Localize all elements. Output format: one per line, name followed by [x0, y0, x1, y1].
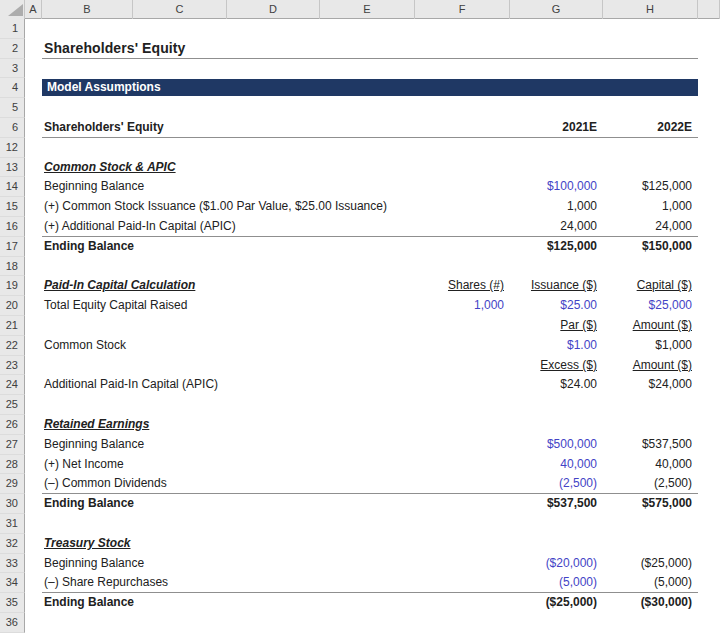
column-header-C[interactable]: C — [133, 0, 227, 19]
row-header-31[interactable]: 31 — [0, 514, 25, 534]
select-all-button[interactable] — [0, 0, 25, 19]
row-header-3[interactable]: 3 — [0, 59, 25, 79]
cell-B16[interactable]: (+) Additional Paid-In Capital (APIC) — [42, 217, 415, 237]
column-header-A[interactable]: A — [25, 0, 42, 19]
cell-H6[interactable]: 2022E — [603, 118, 698, 138]
row-header-14[interactable]: 14 — [0, 177, 25, 197]
row-header-28[interactable]: 28 — [0, 455, 25, 475]
cell-H35[interactable]: ($30,000) — [603, 593, 698, 613]
cell-G19[interactable]: Issuance ($) — [510, 276, 603, 296]
cell-B29[interactable]: (–) Common Dividends — [42, 474, 415, 494]
row-header-30[interactable]: 30 — [0, 494, 25, 514]
row-header-21[interactable]: 21 — [0, 316, 25, 336]
row-header-26[interactable]: 26 — [0, 415, 25, 435]
row-header-6[interactable]: 6 — [0, 118, 25, 138]
cell-H23[interactable]: Amount ($) — [603, 356, 698, 376]
cell-G23[interactable]: Excess ($) — [510, 356, 603, 376]
cell-H24[interactable]: $24,000 — [603, 375, 698, 395]
cell-H19[interactable]: Capital ($) — [603, 276, 698, 296]
cell-H20[interactable]: $25,000 — [603, 296, 698, 316]
cell-F19[interactable]: Shares (#) — [415, 276, 510, 296]
cell-H29[interactable]: (2,500) — [603, 474, 698, 494]
cell-G14[interactable]: $100,000 — [510, 177, 603, 197]
column-header-F[interactable]: F — [415, 0, 510, 19]
row-header-19[interactable]: 19 — [0, 276, 25, 296]
cell-B33[interactable]: Beginning Balance — [42, 554, 415, 574]
cell-B6[interactable]: Shareholders' Equity — [42, 118, 415, 138]
cell-H17[interactable]: $150,000 — [603, 237, 698, 257]
row-header-29[interactable]: 29 — [0, 474, 25, 494]
cell-H30[interactable]: $575,000 — [603, 494, 698, 514]
row-header-24[interactable]: 24 — [0, 375, 25, 395]
row-header-32[interactable]: 32 — [0, 534, 25, 554]
cell-G29[interactable]: (2,500) — [510, 474, 603, 494]
column-header-D[interactable]: D — [227, 0, 320, 19]
cell-G30[interactable]: $537,500 — [510, 494, 603, 514]
row-header-12[interactable]: 12 — [0, 138, 25, 158]
row-header-20[interactable]: 20 — [0, 296, 25, 316]
cell-H27[interactable]: $537,500 — [603, 435, 698, 455]
row-header-16[interactable]: 16 — [0, 217, 25, 237]
cell-G17[interactable]: $125,000 — [510, 237, 603, 257]
row-header-15[interactable]: 15 — [0, 197, 25, 217]
cell-H34[interactable]: (5,000) — [603, 573, 698, 593]
cell-B2[interactable]: Shareholders' Equity — [42, 39, 415, 59]
cell-G28[interactable]: 40,000 — [510, 455, 603, 475]
row-header-25[interactable]: 25 — [0, 395, 25, 415]
cell-B35[interactable]: Ending Balance — [42, 593, 415, 613]
row-header-1[interactable]: 1 — [0, 19, 25, 39]
row-header-13[interactable]: 13 — [0, 158, 25, 178]
cell-B32[interactable]: Treasury Stock — [42, 534, 415, 554]
cell-H14[interactable]: $125,000 — [603, 177, 698, 197]
cell-B13[interactable]: Common Stock & APIC — [42, 158, 415, 178]
cell-G33[interactable]: ($20,000) — [510, 554, 603, 574]
cell-G20[interactable]: $25.00 — [510, 296, 603, 316]
cell-H33[interactable]: ($25,000) — [603, 554, 698, 574]
cell-B22[interactable]: Common Stock — [42, 336, 415, 356]
cell-B19[interactable]: Paid-In Capital Calculation — [42, 276, 415, 296]
cell-H22[interactable]: $1,000 — [603, 336, 698, 356]
cell-G27[interactable]: $500,000 — [510, 435, 603, 455]
cell-F20[interactable]: 1,000 — [415, 296, 510, 316]
cell-B27[interactable]: Beginning Balance — [42, 435, 415, 455]
cell-B24[interactable]: Additional Paid-In Capital (APIC) — [42, 375, 415, 395]
cell-H21[interactable]: Amount ($) — [603, 316, 698, 336]
row-header-4[interactable]: 4 — [0, 78, 25, 98]
column-header-E[interactable]: E — [320, 0, 415, 19]
cell-G24[interactable]: $24.00 — [510, 375, 603, 395]
cell-G22[interactable]: $1.00 — [510, 336, 603, 356]
cell-B34[interactable]: (–) Share Repurchases — [42, 573, 415, 593]
row-header-22[interactable]: 22 — [0, 336, 25, 356]
cell-G15[interactable]: 1,000 — [510, 197, 603, 217]
row-header-17[interactable]: 17 — [0, 237, 25, 257]
cell-H16[interactable]: 24,000 — [603, 217, 698, 237]
cell-B30[interactable]: Ending Balance — [42, 494, 415, 514]
cell-B17[interactable]: Ending Balance — [42, 237, 415, 257]
row-header-23[interactable]: 23 — [0, 356, 25, 376]
cell-B14[interactable]: Beginning Balance — [42, 177, 415, 197]
cell-B20[interactable]: Total Equity Capital Raised — [42, 296, 415, 316]
row-header-2[interactable]: 2 — [0, 39, 25, 59]
cell-H15[interactable]: 1,000 — [603, 197, 698, 217]
cell-G35[interactable]: ($25,000) — [510, 593, 603, 613]
row-header-5[interactable]: 5 — [0, 98, 25, 118]
cell-G21[interactable]: Par ($) — [510, 316, 603, 336]
column-header-H[interactable]: H — [603, 0, 698, 19]
cell-G16[interactable]: 24,000 — [510, 217, 603, 237]
model-assumptions-banner[interactable]: Model Assumptions — [42, 79, 698, 96]
row-header-34[interactable]: 34 — [0, 573, 25, 593]
cell-G6[interactable]: 2021E — [510, 118, 603, 138]
row-header-18[interactable]: 18 — [0, 257, 25, 277]
sheet-row-16: 16(+) Additional Paid-In Capital (APIC)2… — [0, 217, 720, 237]
row-header-36[interactable]: 36 — [0, 613, 25, 633]
cell-B26[interactable]: Retained Earnings — [42, 415, 415, 435]
column-header-B[interactable]: B — [42, 0, 133, 19]
column-header-G[interactable]: G — [510, 0, 603, 19]
row-header-35[interactable]: 35 — [0, 593, 25, 613]
cell-B15[interactable]: (+) Common Stock Issuance ($1.00 Par Val… — [42, 197, 415, 217]
cell-G34[interactable]: (5,000) — [510, 573, 603, 593]
cell-H28[interactable]: 40,000 — [603, 455, 698, 475]
row-header-33[interactable]: 33 — [0, 554, 25, 574]
cell-B28[interactable]: (+) Net Income — [42, 455, 415, 475]
row-header-27[interactable]: 27 — [0, 435, 25, 455]
